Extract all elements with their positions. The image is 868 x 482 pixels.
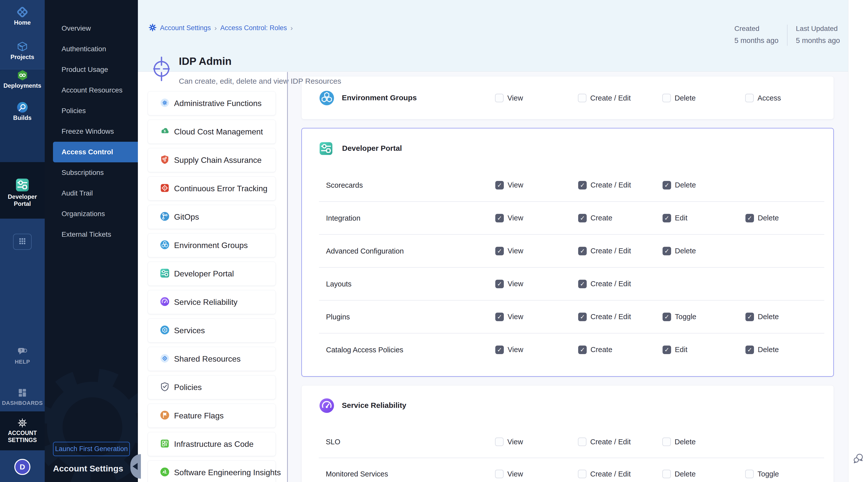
deployments-hexagon-icon bbox=[0, 69, 45, 82]
checkbox-service-reliability-slo-delete[interactable] bbox=[662, 438, 671, 446]
resource-list: Administrative Functions$Cloud Cost Mana… bbox=[148, 91, 276, 482]
rail-item-label: DASHBOARDS bbox=[0, 399, 45, 406]
sidebar-item-access-control[interactable]: Access Control bbox=[53, 142, 138, 162]
resource-card-environment-groups[interactable]: Environment Groups bbox=[148, 233, 276, 257]
checkbox-developer-portal-catalog-access-policies-delete[interactable]: ✓ bbox=[745, 345, 754, 354]
checkbox-developer-portal-advanced-configuration-view[interactable]: ✓ bbox=[495, 247, 504, 255]
checkbox-service-reliability-monitored-services-delete[interactable] bbox=[662, 470, 671, 478]
checkbox-developer-portal-advanced-configuration-create-edit[interactable]: ✓ bbox=[578, 247, 587, 255]
resource-card-software-engineering-insights[interactable]: Software Engineering Insights bbox=[148, 460, 276, 482]
checkbox-developer-portal-integration-view[interactable]: ✓ bbox=[495, 214, 504, 222]
checkbox-environment-groups-header-create-edit[interactable] bbox=[578, 94, 586, 102]
permission-group-delete: ✓Delete bbox=[745, 312, 779, 321]
sidebar-item-product-usage[interactable]: Product Usage bbox=[45, 59, 138, 80]
sidebar-item-audit-trail[interactable]: Audit Trail bbox=[45, 183, 138, 204]
checkbox-developer-portal-integration-delete[interactable]: ✓ bbox=[745, 214, 754, 222]
checkbox-service-reliability-monitored-services-create-edit[interactable] bbox=[578, 470, 586, 478]
checkbox-developer-portal-plugins-create-edit[interactable]: ✓ bbox=[578, 312, 587, 321]
rail-item-home[interactable]: Home bbox=[0, 6, 45, 26]
sidebar-item-subscriptions[interactable]: Subscriptions bbox=[45, 162, 138, 183]
permission-group-create-edit: ✓Create / Edit bbox=[578, 247, 631, 255]
checkbox-developer-portal-layouts-view[interactable]: ✓ bbox=[495, 280, 504, 288]
checkbox-environment-groups-header-view[interactable] bbox=[495, 94, 503, 102]
sidebar-item-policies[interactable]: Policies bbox=[45, 100, 138, 121]
checkbox-environment-groups-header-access[interactable] bbox=[745, 94, 754, 102]
checkbox-developer-portal-plugins-toggle[interactable]: ✓ bbox=[662, 312, 671, 321]
resource-card-shared-resources[interactable]: Shared Resources bbox=[148, 347, 276, 371]
resource-card-infrastructure-as-code[interactable]: Infrastructure as Code bbox=[148, 432, 276, 456]
sidebar-footer-title: Account Settings bbox=[53, 464, 123, 474]
rail-item-label: Builds bbox=[0, 114, 45, 121]
sidebar-item-overview[interactable]: Overview bbox=[45, 18, 138, 39]
checkbox-service-reliability-monitored-services-toggle[interactable] bbox=[745, 470, 754, 478]
module-switcher-button[interactable] bbox=[13, 234, 32, 250]
checkbox-developer-portal-scorecards-create-edit[interactable]: ✓ bbox=[578, 181, 587, 189]
rail-item-dashboards[interactable]: DASHBOARDS bbox=[0, 387, 45, 406]
resource-card-gitops[interactable]: GitOps bbox=[148, 205, 276, 229]
sidebar-item-external-tickets[interactable]: External Tickets bbox=[45, 224, 138, 245]
resource-card-service-reliability[interactable]: Service Reliability bbox=[148, 290, 276, 314]
permission-group-delete: Delete bbox=[662, 94, 696, 102]
resource-card-policies[interactable]: Policies bbox=[148, 375, 276, 399]
rail-item-projects[interactable]: Projects bbox=[0, 40, 45, 61]
checkbox-developer-portal-plugins-delete[interactable]: ✓ bbox=[745, 312, 754, 321]
developer-portal-icon bbox=[0, 178, 45, 193]
checkbox-label: Create / Edit bbox=[590, 181, 631, 189]
breadcrumb-link-account-settings[interactable]: Account Settings bbox=[160, 24, 211, 32]
resource-card-cloud-cost-management[interactable]: $Cloud Cost Management bbox=[148, 120, 276, 144]
checkbox-service-reliability-slo-view[interactable] bbox=[495, 438, 503, 446]
resource-label: Developer Portal bbox=[174, 269, 234, 278]
policies-icon bbox=[160, 382, 170, 393]
checkbox-label: View bbox=[507, 214, 523, 222]
checkbox-developer-portal-scorecards-delete[interactable]: ✓ bbox=[662, 181, 671, 189]
software-engineering-insights-icon bbox=[160, 467, 170, 478]
resource-card-continuous-error-tracking[interactable]: Continuous Error Tracking bbox=[148, 176, 276, 201]
checkbox-developer-portal-integration-edit[interactable]: ✓ bbox=[662, 214, 671, 222]
last-updated-value: 5 months ago bbox=[796, 36, 840, 45]
breadcrumb: Account Settings › Access Control: Roles… bbox=[149, 24, 293, 32]
checkbox-developer-portal-plugins-view[interactable]: ✓ bbox=[495, 312, 504, 321]
permission-group-view: ✓View bbox=[495, 214, 523, 222]
checkbox-service-reliability-monitored-services-view[interactable] bbox=[495, 470, 503, 478]
resource-card-administrative-functions[interactable]: Administrative Functions bbox=[148, 91, 276, 115]
sidebar-item-account-resources[interactable]: Account Resources bbox=[45, 80, 138, 100]
svg-text:?: ? bbox=[20, 349, 22, 352]
rail-item-help[interactable]: ? HELP bbox=[0, 346, 45, 365]
checkbox-environment-groups-header-delete[interactable] bbox=[662, 94, 671, 102]
feature-flags-icon bbox=[160, 410, 170, 421]
launch-first-generation-button[interactable]: Launch First Generation bbox=[53, 442, 130, 456]
sidebar-item-authentication[interactable]: Authentication bbox=[45, 39, 138, 59]
resource-card-developer-portal[interactable]: Developer Portal bbox=[148, 262, 276, 286]
checkbox-developer-portal-catalog-access-policies-view[interactable]: ✓ bbox=[495, 345, 504, 354]
checkbox-label: Create bbox=[590, 214, 612, 222]
sidebar-item-freeze-windows[interactable]: Freeze Windows bbox=[45, 121, 138, 142]
permission-group-toggle: ✓Toggle bbox=[662, 312, 696, 321]
checkbox-label: Create / Edit bbox=[590, 247, 631, 255]
checkbox-developer-portal-catalog-access-policies-edit[interactable]: ✓ bbox=[662, 345, 671, 354]
checkbox-developer-portal-catalog-access-policies-create[interactable]: ✓ bbox=[578, 345, 587, 354]
checkbox-developer-portal-advanced-configuration-delete[interactable]: ✓ bbox=[662, 247, 671, 255]
rail-item-builds[interactable]: Builds bbox=[0, 101, 45, 121]
permission-row-layouts: Layouts✓View✓Create / Edit bbox=[302, 267, 833, 300]
home-icon bbox=[0, 6, 45, 19]
rail-item-deployments[interactable]: Deployments bbox=[0, 69, 45, 89]
permission-group-edit: ✓Edit bbox=[662, 345, 687, 354]
sidebar-item-organizations[interactable]: Organizations bbox=[45, 204, 138, 224]
user-avatar[interactable]: D bbox=[14, 459, 30, 475]
checkbox-label: Delete bbox=[675, 438, 696, 446]
administrative-functions-icon bbox=[160, 98, 170, 109]
right-margin bbox=[848, 0, 868, 482]
page-title: IDP Admin bbox=[179, 55, 231, 67]
resource-card-services[interactable]: Services bbox=[148, 319, 276, 342]
checkbox-service-reliability-slo-create-edit[interactable] bbox=[578, 438, 586, 446]
checkbox-developer-portal-layouts-create-edit[interactable]: ✓ bbox=[578, 280, 587, 288]
rail-item-developer-portal[interactable]: Developer Portal bbox=[0, 178, 45, 207]
scrollbar[interactable] bbox=[287, 72, 288, 482]
resource-card-feature-flags[interactable]: Feature Flags bbox=[148, 403, 276, 428]
resource-card-supply-chain-assurance[interactable]: Supply Chain Assurance bbox=[148, 148, 276, 172]
rail-item-account-settings[interactable]: ACCOUNT SETTINGS bbox=[0, 417, 45, 444]
breadcrumb-link-access-control-roles[interactable]: Access Control: Roles bbox=[220, 24, 287, 32]
checkbox-developer-portal-integration-create[interactable]: ✓ bbox=[578, 214, 587, 222]
support-chat-icon[interactable] bbox=[852, 452, 865, 466]
checkbox-developer-portal-scorecards-view[interactable]: ✓ bbox=[495, 181, 504, 189]
